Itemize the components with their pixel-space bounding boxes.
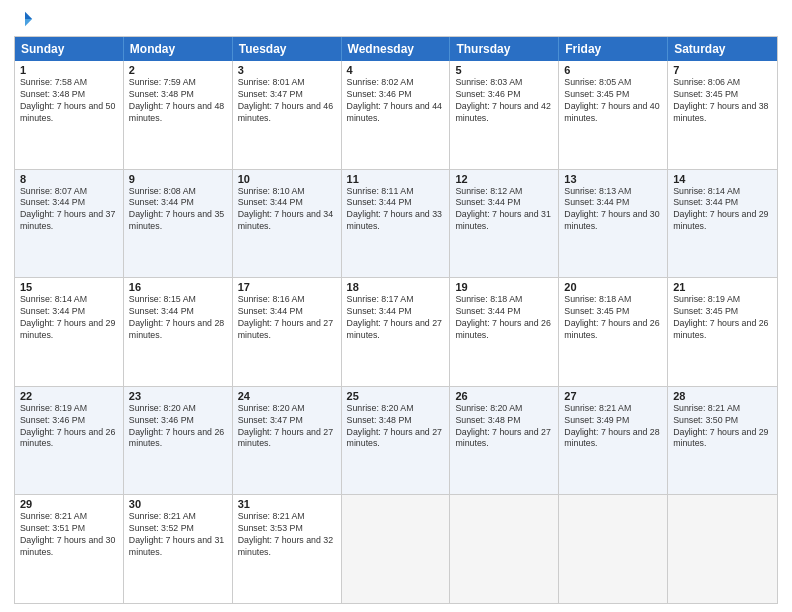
calendar-day-31: 31 Sunrise: 8:21 AMSunset: 3:53 PMDaylig… (233, 495, 342, 603)
day-number: 14 (673, 173, 772, 185)
day-number: 30 (129, 498, 227, 510)
day-number: 25 (347, 390, 445, 402)
calendar-day-15: 15 Sunrise: 8:14 AMSunset: 3:44 PMDaylig… (15, 278, 124, 386)
day-number: 29 (20, 498, 118, 510)
calendar-day-18: 18 Sunrise: 8:17 AMSunset: 3:44 PMDaylig… (342, 278, 451, 386)
day-info: Sunrise: 8:01 AMSunset: 3:47 PMDaylight:… (238, 77, 336, 125)
calendar: SundayMondayTuesdayWednesdayThursdayFrid… (14, 36, 778, 604)
calendar-day-23: 23 Sunrise: 8:20 AMSunset: 3:46 PMDaylig… (124, 387, 233, 495)
day-info: Sunrise: 8:11 AMSunset: 3:44 PMDaylight:… (347, 186, 445, 234)
day-header-tuesday: Tuesday (233, 37, 342, 61)
calendar-row-3: 15 Sunrise: 8:14 AMSunset: 3:44 PMDaylig… (15, 277, 777, 386)
calendar-row-4: 22 Sunrise: 8:19 AMSunset: 3:46 PMDaylig… (15, 386, 777, 495)
day-info: Sunrise: 8:14 AMSunset: 3:44 PMDaylight:… (20, 294, 118, 342)
day-info: Sunrise: 8:20 AMSunset: 3:48 PMDaylight:… (455, 403, 553, 451)
calendar-day-5: 5 Sunrise: 8:03 AMSunset: 3:46 PMDayligh… (450, 61, 559, 169)
calendar-header: SundayMondayTuesdayWednesdayThursdayFrid… (15, 37, 777, 61)
day-info: Sunrise: 8:15 AMSunset: 3:44 PMDaylight:… (129, 294, 227, 342)
day-info: Sunrise: 8:03 AMSunset: 3:46 PMDaylight:… (455, 77, 553, 125)
day-info: Sunrise: 7:58 AMSunset: 3:48 PMDaylight:… (20, 77, 118, 125)
day-info: Sunrise: 8:20 AMSunset: 3:48 PMDaylight:… (347, 403, 445, 451)
day-number: 1 (20, 64, 118, 76)
day-header-thursday: Thursday (450, 37, 559, 61)
day-info: Sunrise: 8:21 AMSunset: 3:50 PMDaylight:… (673, 403, 772, 451)
day-info: Sunrise: 8:08 AMSunset: 3:44 PMDaylight:… (129, 186, 227, 234)
day-info: Sunrise: 8:21 AMSunset: 3:53 PMDaylight:… (238, 511, 336, 559)
calendar-empty-cell (342, 495, 451, 603)
day-info: Sunrise: 8:18 AMSunset: 3:45 PMDaylight:… (564, 294, 662, 342)
day-info: Sunrise: 8:19 AMSunset: 3:46 PMDaylight:… (20, 403, 118, 451)
day-number: 22 (20, 390, 118, 402)
day-number: 2 (129, 64, 227, 76)
calendar-day-21: 21 Sunrise: 8:19 AMSunset: 3:45 PMDaylig… (668, 278, 777, 386)
day-info: Sunrise: 8:21 AMSunset: 3:52 PMDaylight:… (129, 511, 227, 559)
calendar-day-6: 6 Sunrise: 8:05 AMSunset: 3:45 PMDayligh… (559, 61, 668, 169)
day-info: Sunrise: 8:05 AMSunset: 3:45 PMDaylight:… (564, 77, 662, 125)
day-info: Sunrise: 8:06 AMSunset: 3:45 PMDaylight:… (673, 77, 772, 125)
day-number: 7 (673, 64, 772, 76)
header (14, 10, 778, 28)
day-number: 24 (238, 390, 336, 402)
day-number: 3 (238, 64, 336, 76)
day-number: 11 (347, 173, 445, 185)
calendar-day-22: 22 Sunrise: 8:19 AMSunset: 3:46 PMDaylig… (15, 387, 124, 495)
day-header-friday: Friday (559, 37, 668, 61)
svg-marker-0 (25, 12, 32, 19)
day-header-monday: Monday (124, 37, 233, 61)
calendar-day-12: 12 Sunrise: 8:12 AMSunset: 3:44 PMDaylig… (450, 170, 559, 278)
day-number: 27 (564, 390, 662, 402)
day-info: Sunrise: 7:59 AMSunset: 3:48 PMDaylight:… (129, 77, 227, 125)
day-info: Sunrise: 8:20 AMSunset: 3:47 PMDaylight:… (238, 403, 336, 451)
day-info: Sunrise: 8:17 AMSunset: 3:44 PMDaylight:… (347, 294, 445, 342)
day-number: 6 (564, 64, 662, 76)
day-info: Sunrise: 8:20 AMSunset: 3:46 PMDaylight:… (129, 403, 227, 451)
day-number: 18 (347, 281, 445, 293)
calendar-day-24: 24 Sunrise: 8:20 AMSunset: 3:47 PMDaylig… (233, 387, 342, 495)
calendar-row-1: 1 Sunrise: 7:58 AMSunset: 3:48 PMDayligh… (15, 61, 777, 169)
page-container: SundayMondayTuesdayWednesdayThursdayFrid… (0, 0, 792, 612)
day-number: 31 (238, 498, 336, 510)
calendar-empty-cell (668, 495, 777, 603)
day-number: 15 (20, 281, 118, 293)
day-info: Sunrise: 8:18 AMSunset: 3:44 PMDaylight:… (455, 294, 553, 342)
day-info: Sunrise: 8:14 AMSunset: 3:44 PMDaylight:… (673, 186, 772, 234)
day-number: 12 (455, 173, 553, 185)
calendar-day-13: 13 Sunrise: 8:13 AMSunset: 3:44 PMDaylig… (559, 170, 668, 278)
day-header-saturday: Saturday (668, 37, 777, 61)
calendar-day-27: 27 Sunrise: 8:21 AMSunset: 3:49 PMDaylig… (559, 387, 668, 495)
day-number: 5 (455, 64, 553, 76)
day-header-wednesday: Wednesday (342, 37, 451, 61)
day-number: 13 (564, 173, 662, 185)
day-info: Sunrise: 8:13 AMSunset: 3:44 PMDaylight:… (564, 186, 662, 234)
day-header-sunday: Sunday (15, 37, 124, 61)
day-number: 10 (238, 173, 336, 185)
calendar-empty-cell (559, 495, 668, 603)
day-number: 20 (564, 281, 662, 293)
calendar-day-25: 25 Sunrise: 8:20 AMSunset: 3:48 PMDaylig… (342, 387, 451, 495)
logo (14, 10, 34, 28)
calendar-day-9: 9 Sunrise: 8:08 AMSunset: 3:44 PMDayligh… (124, 170, 233, 278)
calendar-day-29: 29 Sunrise: 8:21 AMSunset: 3:51 PMDaylig… (15, 495, 124, 603)
day-number: 16 (129, 281, 227, 293)
day-info: Sunrise: 8:21 AMSunset: 3:51 PMDaylight:… (20, 511, 118, 559)
calendar-day-19: 19 Sunrise: 8:18 AMSunset: 3:44 PMDaylig… (450, 278, 559, 386)
day-info: Sunrise: 8:12 AMSunset: 3:44 PMDaylight:… (455, 186, 553, 234)
calendar-day-11: 11 Sunrise: 8:11 AMSunset: 3:44 PMDaylig… (342, 170, 451, 278)
calendar-day-2: 2 Sunrise: 7:59 AMSunset: 3:48 PMDayligh… (124, 61, 233, 169)
day-number: 4 (347, 64, 445, 76)
day-info: Sunrise: 8:02 AMSunset: 3:46 PMDaylight:… (347, 77, 445, 125)
day-number: 28 (673, 390, 772, 402)
calendar-day-4: 4 Sunrise: 8:02 AMSunset: 3:46 PMDayligh… (342, 61, 451, 169)
calendar-day-8: 8 Sunrise: 8:07 AMSunset: 3:44 PMDayligh… (15, 170, 124, 278)
day-info: Sunrise: 8:10 AMSunset: 3:44 PMDaylight:… (238, 186, 336, 234)
day-number: 21 (673, 281, 772, 293)
calendar-day-17: 17 Sunrise: 8:16 AMSunset: 3:44 PMDaylig… (233, 278, 342, 386)
calendar-day-1: 1 Sunrise: 7:58 AMSunset: 3:48 PMDayligh… (15, 61, 124, 169)
day-info: Sunrise: 8:07 AMSunset: 3:44 PMDaylight:… (20, 186, 118, 234)
calendar-day-14: 14 Sunrise: 8:14 AMSunset: 3:44 PMDaylig… (668, 170, 777, 278)
calendar-day-10: 10 Sunrise: 8:10 AMSunset: 3:44 PMDaylig… (233, 170, 342, 278)
day-number: 23 (129, 390, 227, 402)
day-info: Sunrise: 8:16 AMSunset: 3:44 PMDaylight:… (238, 294, 336, 342)
logo-icon (16, 10, 34, 28)
calendar-row-5: 29 Sunrise: 8:21 AMSunset: 3:51 PMDaylig… (15, 494, 777, 603)
